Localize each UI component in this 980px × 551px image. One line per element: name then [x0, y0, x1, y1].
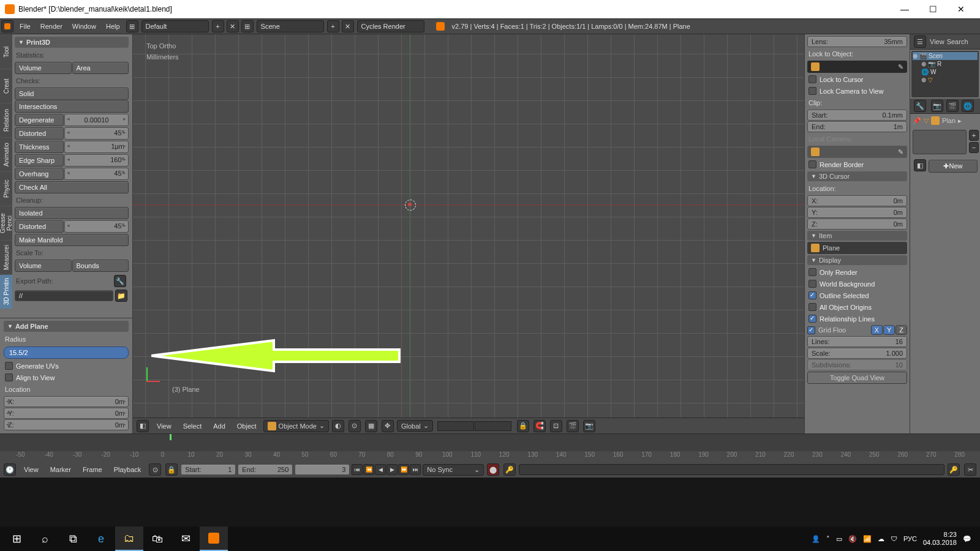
volume-icon[interactable]: 🔇: [848, 535, 857, 543]
isolated-button[interactable]: Isolated: [15, 207, 129, 219]
range-icon[interactable]: ⊙: [149, 463, 161, 476]
manifold-button[interactable]: Make Manifold: [15, 234, 129, 246]
tab-physics[interactable]: Physic: [0, 171, 12, 206]
timeline-ruler[interactable]: [0, 434, 980, 451]
volume-button[interactable]: Volume: [15, 62, 72, 74]
keyframe-prev-icon[interactable]: ⏪: [363, 464, 374, 475]
keying-set-field[interactable]: [519, 464, 944, 475]
thickness-value[interactable]: ◂1µm▸: [64, 141, 129, 153]
distorted2-button[interactable]: Distorted: [15, 220, 64, 233]
cursor-y[interactable]: Y:0m: [807, 207, 907, 218]
intersections-button[interactable]: Intersections: [15, 100, 129, 113]
degenerate-value[interactable]: ◂0.00010▸: [64, 114, 129, 126]
tab-create[interactable]: Creat: [0, 69, 12, 103]
gen-uvs-check[interactable]: Generate UVs: [4, 360, 129, 372]
language-indicator[interactable]: РУС: [903, 535, 917, 542]
edge-icon[interactable]: e: [87, 527, 115, 551]
outliner-type-icon[interactable]: ☰: [914, 36, 926, 48]
timeline-type-icon[interactable]: 🕐: [4, 463, 16, 476]
tab-grease-pencil[interactable]: Grease Penci: [0, 206, 12, 240]
tab-animation[interactable]: Animatio: [0, 137, 12, 171]
distorted-button[interactable]: Distorted: [15, 127, 64, 140]
eyedropper-icon[interactable]: 🔧: [114, 275, 126, 287]
display-header[interactable]: ▼Display: [807, 255, 907, 265]
loc-z[interactable]: ◂Z:0m▸: [4, 419, 129, 430]
layer-buttons[interactable]: [437, 421, 511, 431]
explorer-icon[interactable]: 🗂: [115, 527, 143, 551]
overhang-button[interactable]: Overhang: [15, 168, 64, 180]
scale-bounds-button[interactable]: Bounds: [72, 260, 129, 272]
del-scene-icon[interactable]: ✕: [342, 20, 354, 32]
keyframe-next-icon[interactable]: ⏩: [398, 464, 409, 475]
jump-end-icon[interactable]: ⏭: [410, 464, 421, 475]
zoom-in-icon[interactable]: +: [969, 130, 979, 141]
add-scene-icon[interactable]: +: [327, 20, 339, 32]
item-name-field[interactable]: Plane: [807, 242, 907, 254]
mode-selector[interactable]: Object Mode⌄: [263, 420, 329, 432]
degenerate-button[interactable]: Degenerate: [15, 114, 64, 126]
item-header[interactable]: ▼Item: [807, 231, 907, 241]
eyedropper-icon[interactable]: ✎: [898, 63, 903, 71]
thickness-button[interactable]: Thickness: [15, 141, 64, 153]
screen-layout-selector[interactable]: Default: [141, 20, 209, 32]
toggle-quad-button[interactable]: Toggle Quad View: [807, 372, 907, 384]
3d-select-menu[interactable]: Select: [178, 422, 207, 430]
grid-x[interactable]: X: [871, 325, 883, 335]
lock-time-icon[interactable]: 🔒: [165, 463, 178, 476]
back-to-prev-icon[interactable]: ⊞: [126, 20, 138, 32]
tab-3d-print[interactable]: 3D Printin: [0, 274, 12, 309]
grid-z[interactable]: Z: [895, 325, 907, 335]
render-border-check[interactable]: Render Border: [807, 159, 907, 170]
close-button[interactable]: ✕: [947, 0, 975, 18]
overhang-value[interactable]: ◂45°▸: [64, 168, 129, 180]
loc-y[interactable]: ◂Y:0m▸: [4, 408, 129, 419]
tl-view-menu[interactable]: View: [19, 466, 43, 473]
loc-x[interactable]: ◂X:0m▸: [4, 396, 129, 407]
clip-start[interactable]: Start:0.1mm: [807, 110, 907, 121]
grid-lines[interactable]: Lines:16: [807, 336, 907, 347]
scene-browse-icon[interactable]: ⊞: [241, 20, 254, 32]
area-button[interactable]: Area: [72, 62, 129, 74]
delete-key-icon[interactable]: ✂: [964, 463, 976, 476]
battery-icon[interactable]: ▭: [836, 535, 842, 543]
outline-check[interactable]: Outline Selected: [807, 290, 907, 301]
ctx-scene-icon[interactable]: 🎬: [946, 100, 959, 112]
menu-file[interactable]: File: [15, 23, 36, 30]
clip-end[interactable]: End:1m: [807, 121, 907, 132]
tl-playback-menu[interactable]: Playback: [109, 466, 146, 473]
zoom-out-icon[interactable]: −: [969, 142, 979, 153]
taskview-icon[interactable]: ⧉: [59, 527, 87, 551]
del-layout-icon[interactable]: ✕: [227, 20, 239, 32]
rel-lines-check[interactable]: Relationship Lines: [807, 313, 907, 324]
align-view-check[interactable]: Align to View: [4, 372, 129, 383]
render-engine-selector[interactable]: Cycles Render: [357, 20, 424, 32]
3dcursor-header[interactable]: ▼3D Cursor: [807, 171, 907, 181]
pivot-icon[interactable]: ⊙: [349, 420, 361, 432]
ctx-render-icon[interactable]: 📷: [931, 100, 943, 112]
distorted2-value[interactable]: ◂45°▸: [64, 220, 129, 233]
export-path-field[interactable]: //: [15, 290, 113, 301]
sync-selector[interactable]: No Sync⌄: [423, 464, 484, 476]
add-layout-icon[interactable]: +: [212, 20, 224, 32]
clock-date[interactable]: 04.03.2018: [923, 539, 957, 547]
tab-tools[interactable]: Tool: [0, 34, 12, 69]
edgesharp-value[interactable]: ◂160°▸: [64, 154, 129, 167]
notifications-icon[interactable]: 💬: [963, 535, 971, 543]
3d-object-menu[interactable]: Object: [232, 422, 262, 430]
pin-icon[interactable]: 📌: [913, 117, 921, 125]
local-cam-field[interactable]: ✎: [807, 146, 907, 158]
shading-icon[interactable]: ◐: [332, 420, 344, 432]
insert-key-icon[interactable]: 🔑: [948, 463, 960, 476]
wifi-icon[interactable]: 📶: [863, 535, 872, 543]
people-icon[interactable]: 👤: [812, 535, 820, 543]
outliner-view-menu[interactable]: View: [930, 38, 944, 45]
checkall-button[interactable]: Check All: [15, 181, 129, 193]
tab-relations[interactable]: Relation: [0, 103, 12, 137]
jump-start-icon[interactable]: ⏮: [352, 464, 363, 475]
search-icon[interactable]: ⌕: [31, 527, 59, 551]
lock-icon[interactable]: 🔒: [517, 420, 529, 432]
clock-time[interactable]: 8:23: [923, 531, 957, 539]
outliner-search-menu[interactable]: Search: [947, 38, 968, 45]
new-button[interactable]: ✚ New: [929, 160, 978, 173]
grid-y[interactable]: Y: [883, 325, 895, 335]
